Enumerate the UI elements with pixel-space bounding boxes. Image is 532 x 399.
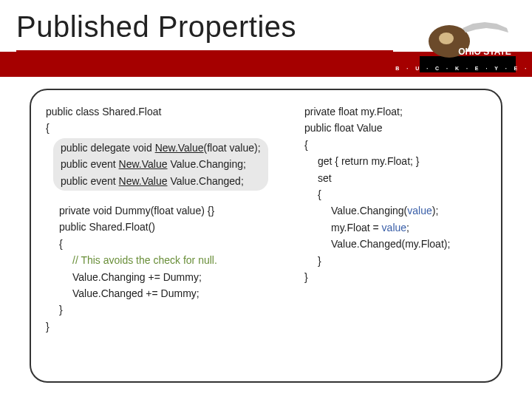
code-underline: New.Value [155, 142, 204, 154]
code-text: ); [432, 205, 439, 216]
code-keyword: value [407, 205, 432, 216]
logo-top-text: OHIO STATE [458, 47, 511, 57]
code-line: public delegate void New.Value(float val… [61, 140, 261, 156]
code-line: Value.Changing(value); [304, 202, 486, 219]
code-line: Value.Changing += Dummy; [46, 269, 282, 285]
code-line: private void Dummy(float value) {} [46, 202, 282, 219]
code-columns: public class Shared.Float { public deleg… [46, 103, 486, 335]
code-keyword: value [382, 222, 406, 233]
code-line: Value.Changed(my.Float); [304, 236, 486, 252]
code-line: public event New.Value Value.Changed; [61, 173, 261, 189]
code-line: set [304, 170, 486, 186]
code-line: { [304, 137, 486, 153]
code-line: public event New.Value Value.Changing; [61, 156, 261, 172]
code-line: } [304, 269, 486, 285]
code-line: get { return my.Float; } [304, 153, 486, 169]
code-line: { [304, 186, 486, 202]
spacer [46, 192, 282, 202]
code-line: } [304, 253, 486, 269]
code-line: public float Value [304, 120, 486, 136]
title-underline [16, 50, 393, 52]
code-line: } [46, 318, 282, 335]
code-line: my.Float = value; [304, 219, 486, 236]
code-text: Value.Changing; [168, 158, 246, 170]
code-text: Value.Changed; [168, 175, 244, 187]
code-underline: New.Value [119, 175, 168, 187]
logo-bottom-text: B · U · C · K · E · Y · E · S [395, 66, 532, 71]
page-title: Published Properties [16, 10, 296, 44]
code-line: private float my.Float; [304, 103, 486, 120]
code-text: public event [61, 158, 119, 170]
code-line: public Shared.Float() [46, 219, 282, 235]
ohio-state-logo: OHIO STATE B · U · C · K · E · Y · E · S [420, 19, 516, 72]
code-line: { [46, 236, 282, 252]
code-line: public class Shared.Float [46, 103, 282, 120]
highlighted-declarations: public delegate void New.Value(float val… [53, 138, 268, 191]
code-text: ; [406, 222, 409, 233]
code-text: public delegate void [61, 142, 155, 154]
buckeye-logo-icon: OHIO STATE [420, 19, 516, 72]
svg-point-2 [439, 33, 454, 44]
code-comment: // This avoids the check for null. [46, 252, 282, 268]
code-text: Value.Changing( [331, 205, 407, 216]
content-panel: public class Shared.Float { public deleg… [30, 89, 502, 383]
right-code-column: private float my.Float; public float Val… [304, 103, 486, 335]
code-text: public event [61, 175, 119, 187]
code-text: (float value); [204, 142, 261, 154]
code-underline: New.Value [119, 158, 168, 170]
code-line: } [46, 301, 282, 318]
left-code-column: public class Shared.Float { public deleg… [46, 103, 282, 335]
code-line: Value.Changed += Dummy; [46, 285, 282, 301]
code-line: { [46, 120, 282, 136]
code-text: my.Float = [331, 222, 382, 233]
